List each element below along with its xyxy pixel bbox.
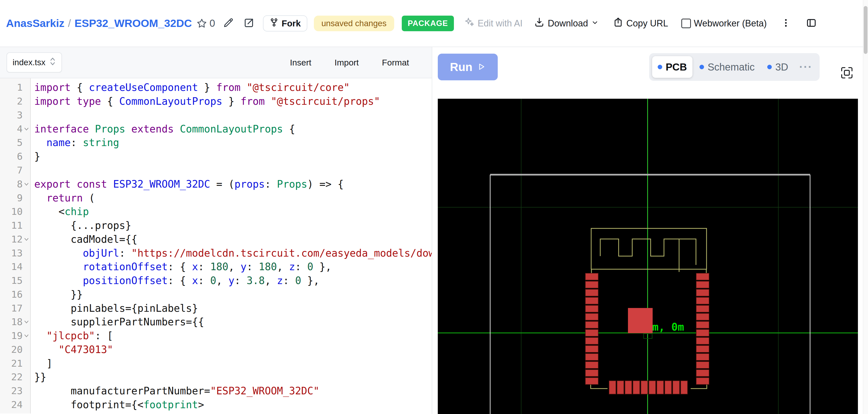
code-line[interactable]: 4interface Props extends CommonLayoutPro…: [0, 122, 432, 136]
menu-insert[interactable]: Insert: [290, 58, 311, 67]
arrow-up-right-box-icon: [243, 18, 254, 29]
line-number: 23: [11, 385, 23, 396]
line-number: 24: [11, 399, 23, 410]
pcb-canvas[interactable]: 0m, 0m: [438, 99, 858, 414]
code-line-text: }: [30, 151, 40, 162]
code-line[interactable]: 13 objUrl: "https://modelcdn.tscircuit.c…: [0, 246, 432, 260]
panel-layout-icon: [806, 17, 817, 29]
webworker-checkbox[interactable]: [681, 19, 691, 28]
tab-dot-icon: [700, 65, 704, 69]
fold-chevron-icon[interactable]: [23, 181, 30, 187]
line-number: 13: [11, 248, 23, 259]
breadcrumb-owner-link[interactable]: AnasSarkiz: [6, 17, 64, 29]
code-line[interactable]: 17 pinLabels={pinLabels}: [0, 301, 432, 315]
code-line[interactable]: 9 return (: [0, 191, 432, 205]
webworker-toggle[interactable]: Webworker (Beta): [681, 18, 767, 29]
star-icon: [196, 18, 207, 29]
code-line[interactable]: 6}: [0, 150, 432, 163]
git-fork-icon: [270, 18, 279, 29]
line-number: 6: [17, 151, 23, 162]
star-count-group[interactable]: 0: [196, 18, 215, 29]
more-options-button[interactable]: [781, 18, 791, 29]
up-down-chevrons-icon: [50, 57, 56, 68]
code-line[interactable]: 1import { createUseComponent } from "@ts…: [0, 81, 432, 94]
code-line-text: positionOffset: { x: 0, y: 3.8, z: 0 },: [30, 275, 319, 286]
code-line-text: import type { CommonLayoutProps } from "…: [30, 95, 380, 107]
code-line[interactable]: 21 ]: [0, 356, 432, 370]
fold-chevron-icon[interactable]: [23, 319, 30, 325]
line-number: 10: [11, 206, 23, 217]
line-number: 19: [11, 330, 23, 341]
file-name: index.tsx: [12, 58, 45, 67]
copy-url-button[interactable]: Copy URL: [613, 17, 668, 30]
line-number: 7: [17, 165, 23, 176]
code-line[interactable]: 23 manufacturerPartNumber="ESP32_WROOM_3…: [0, 384, 432, 398]
code-line[interactable]: 22}}: [0, 370, 432, 384]
code-area[interactable]: 1import { createUseComponent } from "@ts…: [0, 78, 432, 414]
code-line-text: ]: [30, 358, 52, 369]
code-line-text: manufacturerPartNumber="ESP32_WROOM_32DC…: [30, 385, 319, 396]
tab-pcb[interactable]: PCB: [652, 56, 692, 78]
line-number: 4: [17, 123, 23, 134]
open-external-button[interactable]: [243, 18, 254, 29]
code-line-text: "jlcpcb": [: [30, 330, 113, 342]
tab-label: PCB: [666, 61, 687, 73]
menu-import[interactable]: Import: [335, 58, 359, 67]
code-line-text: <chip: [30, 206, 89, 217]
code-line[interactable]: 8export const ESP32_WROOM_32DC = (props:…: [0, 177, 432, 191]
tab-label: Schematic: [708, 61, 755, 73]
file-selector[interactable]: index.tsx: [6, 52, 62, 72]
fork-label: Fork: [282, 19, 301, 28]
download-button[interactable]: Download: [534, 17, 598, 30]
code-line[interactable]: 24 footprint={<footprint>: [0, 398, 432, 412]
code-line[interactable]: 25 name={props.name}: [0, 412, 432, 414]
fold-chevron-icon[interactable]: [23, 236, 30, 242]
code-line[interactable]: 19 "jlcpcb": [: [0, 329, 432, 343]
edit-with-ai-button[interactable]: Edit with AI: [464, 17, 522, 30]
code-line[interactable]: 3: [0, 108, 432, 122]
sparkles-icon: [464, 17, 474, 30]
code-line[interactable]: 7: [0, 163, 432, 177]
code-line[interactable]: 10 <chip: [0, 205, 432, 219]
line-number: 18: [11, 316, 23, 327]
page-scrollbar[interactable]: [863, 0, 868, 414]
fold-chevron-icon[interactable]: [23, 333, 30, 339]
edit-title-button[interactable]: [223, 18, 234, 29]
code-line-text: }}: [30, 289, 83, 300]
line-number: 15: [11, 275, 23, 286]
tabs-more-button[interactable]: ···: [795, 61, 817, 73]
line-number: 25: [11, 413, 23, 414]
code-line[interactable]: 18 supplierPartNumbers={{: [0, 315, 432, 329]
line-number: 21: [11, 358, 23, 369]
code-line[interactable]: 5 name: string: [0, 136, 432, 150]
menu-format[interactable]: Format: [382, 58, 409, 67]
code-line[interactable]: 16 }}: [0, 287, 432, 301]
code-line[interactable]: 11 {...props}: [0, 219, 432, 232]
breadcrumb: AnasSarkiz / ESP32_WROOM_32DC: [6, 17, 192, 29]
code-line[interactable]: 14 rotationOffset: { x: 180, y: 180, z: …: [0, 260, 432, 274]
line-number: 20: [11, 344, 23, 355]
code-line-text: footprint={<footprint>: [30, 399, 204, 411]
run-button[interactable]: Run: [438, 54, 498, 80]
code-line[interactable]: 20 "C473013": [0, 343, 432, 357]
toggle-panel-button[interactable]: [806, 17, 817, 29]
code-line-text: rotationOffset: { x: 180, y: 180, z: 0 }…: [30, 261, 332, 273]
code-line[interactable]: 2import type { CommonLayoutProps } from …: [0, 94, 432, 108]
preview-panel: Run PCBSchematic3D···: [433, 47, 868, 414]
code-line-text: return (: [30, 192, 95, 204]
tab-schematic[interactable]: Schematic: [694, 56, 760, 78]
fold-chevron-icon[interactable]: [23, 126, 30, 132]
scrollbar-thumb[interactable]: [864, 6, 868, 54]
line-number: 2: [17, 96, 23, 107]
line-number: 16: [11, 289, 23, 300]
preview-header: Run PCBSchematic3D···: [433, 47, 868, 99]
fullscreen-button[interactable]: [840, 66, 854, 81]
topbar: AnasSarkiz / ESP32_WROOM_32DC 0: [0, 0, 868, 47]
tab-3d[interactable]: 3D: [762, 56, 794, 78]
fork-button[interactable]: Fork: [263, 15, 307, 31]
pencil-icon: [223, 18, 234, 29]
breadcrumb-repo-link[interactable]: ESP32_WROOM_32DC: [74, 17, 192, 29]
code-line[interactable]: 12 cadModel={{: [0, 232, 432, 246]
tscircuit-editor-page: AnasSarkiz / ESP32_WROOM_32DC 0: [0, 0, 868, 414]
code-line[interactable]: 15 positionOffset: { x: 0, y: 3.8, z: 0 …: [0, 274, 432, 288]
